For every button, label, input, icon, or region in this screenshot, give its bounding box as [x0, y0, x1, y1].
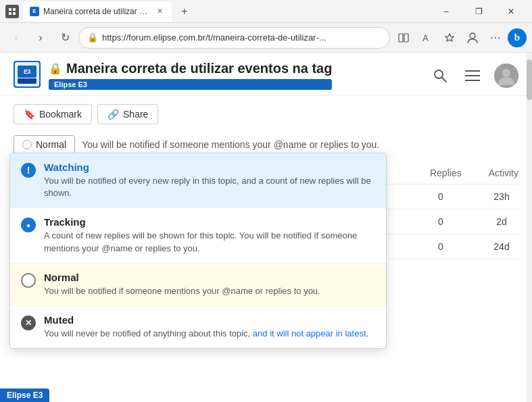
svg-rect-0 [9, 8, 11, 11]
svg-point-15 [502, 69, 510, 77]
tab-title: Maneira correta de utilizar event... [43, 7, 151, 16]
share-button[interactable]: 🔗 Share [97, 104, 158, 124]
row-3-activity: 24d [485, 241, 518, 252]
watching-content: Watching You will be notified of every n… [44, 161, 375, 199]
page-title-section: 🔒 Maneira correta de utilizar eventos na… [49, 61, 332, 90]
user-avatar[interactable] [494, 64, 518, 88]
muted-title: Muted [44, 314, 375, 326]
dropdown-item-normal[interactable]: Normal You will be notified if someone m… [10, 263, 386, 306]
normal-content: Normal You will be notified if someone m… [44, 272, 375, 297]
title-bar-left: E Maneira correta de utilizar event... ✕… [5, 1, 193, 22]
lock-icon: 🔒 [87, 32, 98, 43]
svg-rect-5 [404, 34, 408, 42]
watching-desc: You will be notified of every new reply … [44, 175, 375, 199]
header-left: E3 🔒 Maneira correta de utilizar eventos… [14, 61, 332, 90]
bottom-badge: Elipse E3 [0, 388, 49, 402]
bing-button[interactable]: b [508, 28, 527, 47]
bookmark-button[interactable]: 🔖 Bookmark [14, 104, 92, 124]
svg-text:𝖠: 𝖠 [422, 33, 429, 43]
notification-dropdown: ! Watching You will be notified of every… [9, 153, 387, 349]
settings-button[interactable]: ⋯ [485, 27, 506, 49]
row-1-replies: 0 [424, 191, 458, 202]
toolbar: 🔖 Bookmark 🔗 Share [0, 96, 532, 132]
svg-rect-1 [13, 8, 16, 11]
radio-icon [22, 140, 32, 149]
share-icon: 🔗 [107, 109, 119, 120]
dropdown-item-tracking[interactable]: ● Tracking A count of new replies will b… [10, 208, 386, 263]
row-data-2: 0 2d [424, 216, 518, 227]
forward-button[interactable]: › [30, 27, 51, 49]
page-content: E3 🔒 Maneira correta de utilizar eventos… [0, 53, 532, 402]
forum-logo-inner: E3 [15, 62, 39, 86]
favorites-button[interactable] [439, 27, 460, 49]
read-aloud-button[interactable]: 𝖠 [416, 27, 437, 49]
notification-selector[interactable]: Normal [14, 135, 75, 154]
search-button[interactable] [429, 65, 451, 86]
row-data-3: 0 24d [424, 241, 518, 252]
dropdown-item-watching[interactable]: ! Watching You will be notified of every… [10, 153, 386, 208]
svg-line-10 [442, 78, 446, 82]
main-area: E3 🔒 Maneira correta de utilizar eventos… [0, 53, 532, 402]
muted-icon: ✕ [21, 316, 36, 330]
tracking-title: Tracking [44, 216, 375, 228]
back-button[interactable]: ‹ [5, 27, 27, 49]
page-header: E3 🔒 Maneira correta de utilizar eventos… [0, 53, 532, 96]
watching-icon: ! [21, 163, 36, 178]
address-text: https://forum.elipse.com.br/t/maneira-co… [102, 32, 381, 43]
svg-rect-4 [399, 34, 403, 42]
muted-content: Muted You will never be notified of anyt… [44, 314, 375, 340]
row-2-activity: 2d [485, 216, 518, 227]
window-controls: – ❐ ✕ [431, 0, 527, 23]
profile-button[interactable] [462, 27, 483, 49]
svg-rect-2 [9, 12, 11, 15]
window-maximize-button[interactable]: ❐ [463, 0, 494, 23]
page-lock-icon: 🔒 [49, 62, 62, 75]
category-badge[interactable]: Elipse E3 [49, 79, 332, 90]
dropdown-item-muted[interactable]: ✕ Muted You will never be notified of an… [10, 306, 386, 348]
watching-title: Watching [44, 161, 375, 173]
address-bar[interactable]: 🔒 https://forum.elipse.com.br/t/maneira-… [78, 27, 390, 49]
svg-point-9 [435, 70, 443, 78]
header-actions [429, 64, 518, 88]
normal-title: Normal [44, 272, 375, 283]
page-title: 🔒 Maneira correta de utilizar eventos na… [49, 61, 332, 76]
notification-description: You will be notified if someone mentions… [82, 139, 379, 150]
browser-window-icon [5, 5, 19, 18]
browser-frame: E Maneira correta de utilizar event... ✕… [0, 0, 532, 402]
tracking-desc: A count of new replies will be shown for… [44, 230, 375, 254]
nav-bar: ‹ › ↻ 🔒 https://forum.elipse.com.br/t/ma… [0, 23, 532, 53]
scrollbar-thumb[interactable] [527, 59, 532, 100]
muted-desc: You will never be notified of anything a… [44, 328, 375, 340]
title-bar: E Maneira correta de utilizar event... ✕… [0, 0, 532, 23]
new-tab-button[interactable]: + [176, 3, 193, 20]
muted-highlight: and it will not appear in latest [253, 328, 366, 338]
browser-tab[interactable]: E Maneira correta de utilizar event... ✕ [23, 1, 172, 22]
nav-actions: 𝖠 ⋯ b [393, 27, 527, 49]
tab-favicon: E [30, 7, 39, 16]
notification-label: Normal [36, 139, 66, 150]
tracking-icon: ● [21, 218, 36, 232]
normal-icon [21, 273, 36, 288]
col-activity-header: Activity [489, 168, 518, 178]
svg-marker-7 [445, 34, 454, 41]
split-view-button[interactable] [393, 27, 414, 49]
scrollbar[interactable] [527, 53, 532, 402]
tab-close-button[interactable]: ✕ [155, 6, 165, 16]
col-replies-header: Replies [430, 168, 462, 178]
svg-point-8 [470, 33, 475, 39]
window-close-button[interactable]: ✕ [495, 0, 527, 23]
row-1-activity: 23h [485, 191, 518, 202]
row-data-1: 0 23h [424, 191, 518, 202]
forum-logo: E3 [14, 61, 41, 88]
window-minimize-button[interactable]: – [431, 0, 462, 23]
normal-desc: You will be notified if someone mentions… [44, 285, 375, 297]
svg-rect-3 [13, 12, 16, 15]
row-3-replies: 0 [424, 241, 458, 252]
menu-button[interactable] [462, 65, 483, 86]
bookmark-icon: 🔖 [24, 109, 35, 120]
refresh-button[interactable]: ↻ [54, 27, 76, 49]
tracking-content: Tracking A count of new replies will be … [44, 216, 375, 254]
row-2-replies: 0 [424, 216, 458, 227]
